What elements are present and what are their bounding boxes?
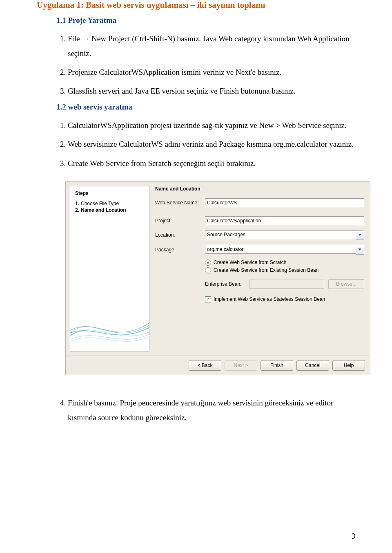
- project-label: Project:: [155, 218, 205, 224]
- implement-stateless-checkbox[interactable]: ✓ Implement Web Service as Stateless Ses…: [205, 296, 364, 302]
- finish-button[interactable]: Finish: [261, 360, 293, 371]
- text: File: [68, 34, 82, 43]
- form-title: Name and Location: [155, 186, 364, 192]
- section-1-heading: 1.1 Proje Yaratma: [56, 16, 355, 25]
- steps-title: Steps: [75, 190, 144, 196]
- enterprise-bean-label: Enterprise Bean:: [205, 281, 245, 287]
- list-item: Glassfish serveri and Java EE version se…: [68, 84, 355, 99]
- web-service-create-list: CalculatorWSApplication projesi üzerinde…: [56, 118, 355, 170]
- arrow-icon: →: [82, 34, 89, 43]
- text: org.me.calculator: [273, 140, 327, 148]
- location-label: Location:: [155, 232, 205, 238]
- list-item: Create Web Service from Scratch seçeneği…: [68, 156, 355, 171]
- project-input[interactable]: [205, 216, 364, 225]
- wizard-steps-panel: Steps 1. Choose File Type 2. Name and Lo…: [70, 186, 149, 352]
- wizard-form-panel: Name and Location Web Service Name: Proj…: [154, 182, 370, 356]
- page-number: 3: [352, 532, 355, 541]
- step-number: 1.: [75, 200, 81, 207]
- text: yazınız.: [327, 140, 353, 148]
- wizard-button-bar: < Back Next > Finish Cancel Help: [66, 356, 370, 375]
- web-service-name-label: Web Service Name:: [155, 200, 205, 206]
- back-button[interactable]: < Back: [189, 360, 221, 371]
- list-item: Projenize CalculatorWSApplication ismini…: [68, 65, 355, 80]
- package-label: Package:: [155, 247, 205, 253]
- package-combo[interactable]: [205, 245, 356, 254]
- checkbox-label: Implement Web Service as Stateless Sessi…: [214, 296, 325, 302]
- radio-icon: [205, 267, 211, 273]
- text: New Project (Ctrl-Shift-N) basınız. Java…: [68, 34, 350, 58]
- new-web-service-wizard: Steps 1. Choose File Type 2. Name and Lo…: [65, 181, 370, 375]
- radio-create-from-scratch[interactable]: Create Web Service from Scratch: [205, 260, 364, 266]
- step-label: Name and Location: [81, 207, 128, 213]
- project-create-list: File → New Project (Ctrl-Shift-N) basını…: [56, 31, 355, 99]
- doc-title: Uygulama 1: Basit web servis uygulaması …: [37, 0, 355, 10]
- list-item: Web servisinize CalculatorWS adını verin…: [68, 137, 355, 152]
- chevron-down-icon[interactable]: [356, 230, 364, 240]
- radio-create-from-existing[interactable]: Create Web Service from Existing Session…: [205, 267, 364, 273]
- checkbox-icon: ✓: [205, 296, 211, 302]
- step-row: 1. Choose File Type: [75, 200, 128, 207]
- step-row: 2. Name and Location: [75, 207, 128, 213]
- location-combo[interactable]: [205, 230, 356, 239]
- help-button[interactable]: Help: [332, 360, 365, 371]
- cancel-button[interactable]: Cancel: [296, 360, 329, 371]
- list-item: File → New Project (Ctrl-Shift-N) basını…: [68, 31, 355, 61]
- step-label: Choose File Type: [81, 200, 128, 207]
- browse-button: Browse...: [328, 279, 364, 289]
- list-item: CalculatorWSApplication projesi üzerinde…: [68, 118, 355, 133]
- next-button: Next >: [225, 360, 257, 371]
- section-2-heading: 1.2 web servis yaratma: [56, 103, 355, 112]
- radio-icon: [205, 260, 211, 266]
- list-item: Finish'e basınız. Proje penceresinde yar…: [68, 396, 355, 425]
- text: Web servisinize CalculatorWS adını verin…: [68, 140, 273, 148]
- post-wizard-list: Finish'e basınız. Proje penceresinde yar…: [56, 396, 355, 425]
- web-service-name-input[interactable]: [205, 198, 364, 207]
- enterprise-bean-input: [249, 280, 324, 289]
- step-number: 2.: [75, 207, 81, 213]
- chevron-down-icon[interactable]: [356, 245, 364, 255]
- radio-label: Create Web Service from Existing Session…: [214, 267, 318, 273]
- radio-label: Create Web Service from Scratch: [214, 260, 287, 265]
- decorative-waves: [70, 284, 149, 352]
